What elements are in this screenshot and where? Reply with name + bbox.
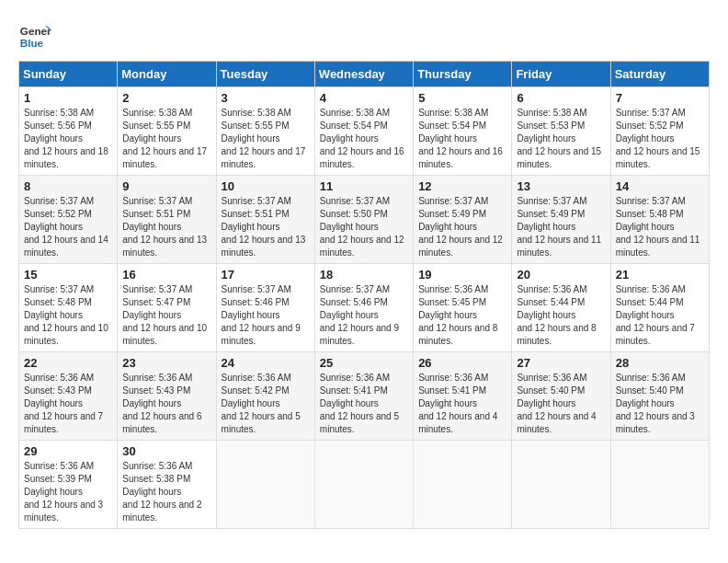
logo-icon: General Blue [18,18,51,52]
day-cell-3: 3 Sunrise: 5:38 AMSunset: 5:55 PMDayligh… [216,87,314,176]
day-cell-21: 21 Sunrise: 5:36 AMSunset: 5:44 PMDaylig… [610,264,709,352]
day-number: 26 [418,356,506,370]
day-info: Sunrise: 5:37 AMSunset: 5:49 PMDaylight … [517,196,601,258]
day-number: 21 [616,268,704,282]
day-info: Sunrise: 5:36 AMSunset: 5:40 PMDaylight … [616,373,695,434]
calendar-table: SundayMondayTuesdayWednesdayThursdayFrid… [18,61,710,529]
header-friday: Friday [512,62,610,87]
day-info: Sunrise: 5:36 AMSunset: 5:43 PMDaylight … [24,373,103,434]
day-info: Sunrise: 5:37 AMSunset: 5:51 PMDaylight … [222,196,306,258]
day-cell-23: 23 Sunrise: 5:36 AMSunset: 5:43 PMDaylig… [118,352,216,441]
day-number: 12 [418,179,506,193]
day-info: Sunrise: 5:37 AMSunset: 5:48 PMDaylight … [616,196,700,258]
day-info: Sunrise: 5:36 AMSunset: 5:45 PMDaylight … [418,284,497,346]
header-thursday: Thursday [414,62,512,87]
day-cell-22: 22 Sunrise: 5:36 AMSunset: 5:43 PMDaylig… [19,352,118,441]
day-number: 20 [517,268,605,282]
day-info: Sunrise: 5:36 AMSunset: 5:43 PMDaylight … [122,373,201,434]
day-cell-20: 20 Sunrise: 5:36 AMSunset: 5:44 PMDaylig… [512,264,610,352]
day-info: Sunrise: 5:37 AMSunset: 5:52 PMDaylight … [616,108,700,169]
day-cell-8: 8 Sunrise: 5:37 AMSunset: 5:52 PMDayligh… [19,176,118,264]
day-cell-1: 1 Sunrise: 5:38 AMSunset: 5:56 PMDayligh… [19,87,118,176]
day-cell-27: 27 Sunrise: 5:36 AMSunset: 5:40 PMDaylig… [512,352,610,441]
day-info: Sunrise: 5:38 AMSunset: 5:56 PMDaylight … [24,108,108,169]
day-number: 30 [122,444,210,458]
day-number: 18 [320,268,408,282]
day-number: 17 [222,268,310,282]
day-number: 11 [320,179,408,193]
day-cell-28: 28 Sunrise: 5:36 AMSunset: 5:40 PMDaylig… [610,352,709,441]
day-cell-18: 18 Sunrise: 5:37 AMSunset: 5:46 PMDaylig… [314,264,413,352]
svg-text:Blue: Blue [20,37,44,49]
day-cell-6: 6 Sunrise: 5:38 AMSunset: 5:53 PMDayligh… [512,87,610,176]
day-number: 13 [517,179,605,193]
empty-cell-w4-d2 [216,441,314,529]
day-info: Sunrise: 5:37 AMSunset: 5:48 PMDaylight … [24,284,108,346]
day-cell-16: 16 Sunrise: 5:37 AMSunset: 5:47 PMDaylig… [118,264,216,352]
day-info: Sunrise: 5:37 AMSunset: 5:46 PMDaylight … [320,284,399,346]
day-cell-25: 25 Sunrise: 5:36 AMSunset: 5:41 PMDaylig… [314,352,413,441]
week-row-2: 8 Sunrise: 5:37 AMSunset: 5:52 PMDayligh… [19,176,710,264]
empty-cell-w4-d5 [512,441,610,529]
week-row-5: 29 Sunrise: 5:36 AMSunset: 5:39 PMDaylig… [19,441,710,529]
week-row-3: 15 Sunrise: 5:37 AMSunset: 5:48 PMDaylig… [19,264,710,352]
day-number: 23 [122,356,210,370]
header-monday: Monday [118,62,216,87]
day-number: 27 [517,356,605,370]
day-info: Sunrise: 5:37 AMSunset: 5:52 PMDaylight … [24,196,108,258]
day-number: 2 [122,91,210,105]
page-header: General Blue [18,18,710,52]
day-number: 3 [222,91,310,105]
day-number: 10 [222,179,310,193]
calendar-header-row: SundayMondayTuesdayWednesdayThursdayFrid… [19,62,710,87]
day-info: Sunrise: 5:37 AMSunset: 5:46 PMDaylight … [222,284,301,346]
day-number: 22 [24,356,112,370]
day-info: Sunrise: 5:36 AMSunset: 5:44 PMDaylight … [616,284,695,346]
day-number: 6 [517,91,605,105]
day-number: 4 [320,91,408,105]
day-info: Sunrise: 5:37 AMSunset: 5:47 PMDaylight … [122,284,207,346]
day-cell-4: 4 Sunrise: 5:38 AMSunset: 5:54 PMDayligh… [314,87,413,176]
day-number: 25 [320,356,408,370]
day-cell-14: 14 Sunrise: 5:37 AMSunset: 5:48 PMDaylig… [610,176,709,264]
day-info: Sunrise: 5:36 AMSunset: 5:40 PMDaylight … [517,373,596,434]
day-number: 19 [418,268,506,282]
empty-cell-w4-d4 [414,441,512,529]
day-number: 8 [24,179,112,193]
day-cell-13: 13 Sunrise: 5:37 AMSunset: 5:49 PMDaylig… [512,176,610,264]
logo: General Blue [18,18,51,52]
day-cell-19: 19 Sunrise: 5:36 AMSunset: 5:45 PMDaylig… [414,264,512,352]
header-wednesday: Wednesday [314,62,413,87]
header-saturday: Saturday [610,62,709,87]
day-cell-12: 12 Sunrise: 5:37 AMSunset: 5:49 PMDaylig… [414,176,512,264]
day-number: 9 [122,179,210,193]
day-info: Sunrise: 5:38 AMSunset: 5:54 PMDaylight … [418,108,503,169]
day-number: 1 [24,91,112,105]
day-number: 28 [616,356,704,370]
day-number: 24 [222,356,310,370]
week-row-4: 22 Sunrise: 5:36 AMSunset: 5:43 PMDaylig… [19,352,710,441]
day-info: Sunrise: 5:37 AMSunset: 5:49 PMDaylight … [418,196,503,258]
day-info: Sunrise: 5:37 AMSunset: 5:50 PMDaylight … [320,196,404,258]
day-cell-15: 15 Sunrise: 5:37 AMSunset: 5:48 PMDaylig… [19,264,118,352]
day-cell-26: 26 Sunrise: 5:36 AMSunset: 5:41 PMDaylig… [414,352,512,441]
day-number: 29 [24,444,112,458]
header-tuesday: Tuesday [216,62,314,87]
day-info: Sunrise: 5:36 AMSunset: 5:44 PMDaylight … [517,284,596,346]
day-number: 14 [616,179,704,193]
day-cell-2: 2 Sunrise: 5:38 AMSunset: 5:55 PMDayligh… [118,87,216,176]
empty-cell-w4-d3 [314,441,413,529]
empty-cell-w4-d6 [610,441,709,529]
day-cell-5: 5 Sunrise: 5:38 AMSunset: 5:54 PMDayligh… [414,87,512,176]
day-info: Sunrise: 5:36 AMSunset: 5:41 PMDaylight … [418,373,497,434]
day-cell-9: 9 Sunrise: 5:37 AMSunset: 5:51 PMDayligh… [118,176,216,264]
header-sunday: Sunday [19,62,118,87]
day-info: Sunrise: 5:37 AMSunset: 5:51 PMDaylight … [122,196,207,258]
day-cell-30: 30 Sunrise: 5:36 AMSunset: 5:38 PMDaylig… [118,441,216,529]
day-cell-7: 7 Sunrise: 5:37 AMSunset: 5:52 PMDayligh… [610,87,709,176]
day-info: Sunrise: 5:38 AMSunset: 5:55 PMDaylight … [122,108,207,169]
day-number: 15 [24,268,112,282]
day-number: 5 [418,91,506,105]
day-info: Sunrise: 5:38 AMSunset: 5:53 PMDaylight … [517,108,601,169]
day-info: Sunrise: 5:38 AMSunset: 5:54 PMDaylight … [320,108,404,169]
